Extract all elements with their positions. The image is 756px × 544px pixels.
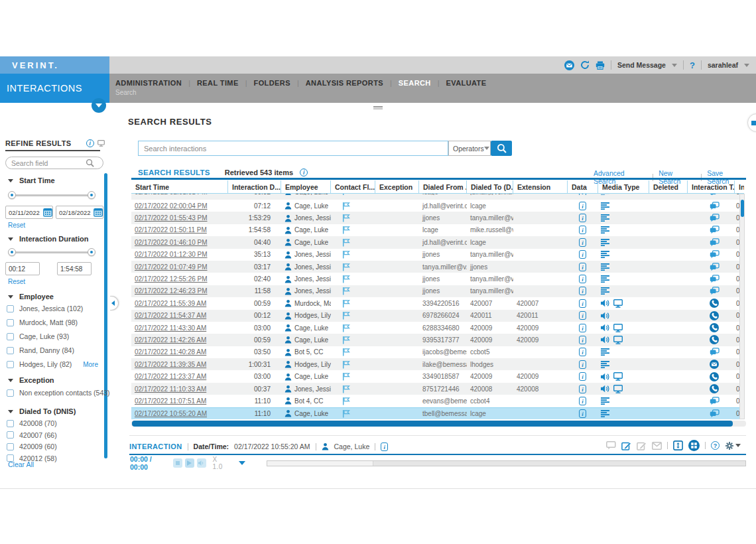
slider-handle-min[interactable]	[8, 191, 16, 199]
info-icon[interactable]: i	[579, 372, 586, 381]
search-interactions-input[interactable]	[139, 145, 448, 153]
nav-item-real-time[interactable]: REAL TIME	[197, 79, 239, 87]
sidebar-collapse-toggle[interactable]	[110, 296, 119, 310]
nav-item-administration[interactable]: ADMINISTRATION	[115, 79, 182, 87]
flag-icon[interactable]	[342, 214, 350, 222]
player-progress-bar[interactable]	[267, 460, 746, 466]
checkbox[interactable]	[7, 305, 14, 312]
column-header-12[interactable]: Interaction T...	[688, 180, 735, 193]
flag-icon[interactable]	[342, 360, 350, 369]
column-header-8[interactable]: Extension	[513, 180, 568, 193]
table-row[interactable]: 02/17/2022 01:55:43 PM1:53:29Jones, Jess…	[131, 212, 744, 224]
column-header-2[interactable]: Interaction D...	[228, 180, 281, 193]
info-icon[interactable]: i	[579, 238, 586, 247]
table-row[interactable]: 02/17/2022 11:42:26 AM00:59Cage, Luke939…	[131, 334, 744, 346]
send-message-menu[interactable]: Send Message	[617, 61, 666, 69]
settings-icon[interactable]	[725, 441, 741, 450]
nav-item-evaluate[interactable]: EVALUATE	[446, 79, 487, 87]
info-icon[interactable]: i	[579, 275, 586, 283]
duration-reset-link[interactable]: Reset	[8, 278, 25, 285]
right-panel-toggle[interactable]	[747, 113, 756, 132]
checkbox[interactable]	[7, 347, 14, 354]
column-header-4[interactable]: Contact Fl...	[331, 180, 375, 193]
sidebar-scrollbar[interactable]	[104, 173, 107, 458]
column-header-1[interactable]: Start Time	[131, 180, 228, 193]
duration-to-input[interactable]	[60, 265, 90, 273]
slider-handle-min[interactable]	[8, 248, 16, 256]
help-icon[interactable]: ?	[711, 441, 720, 450]
column-header-5[interactable]: Exception	[375, 180, 419, 193]
table-row[interactable]: 02/17/2022 02:00:04 PM07:12Cage, Lukejd.…	[131, 200, 744, 212]
info-icon[interactable]: i	[300, 169, 308, 176]
flag-icon[interactable]	[342, 336, 350, 344]
volume-button[interactable]	[197, 458, 206, 468]
column-header-11[interactable]: Deleted	[649, 180, 688, 193]
info-icon[interactable]: i	[579, 194, 586, 195]
slider-handle-max[interactable]	[88, 248, 95, 256]
search-icon[interactable]	[86, 159, 94, 167]
table-row[interactable]: 02/17/2022 11:23:37 AM03:00Cage, Luke334…	[131, 370, 744, 382]
table-row[interactable]: 02/17/2022 11:10:33 AM00:37Jones, Jessic…	[131, 383, 744, 395]
table-row[interactable]: 02/17/2022 02:01:01 PM00:02Cage, Lukelca…	[131, 194, 744, 200]
info-icon[interactable]: i	[579, 360, 586, 369]
annotate-icon[interactable]	[621, 441, 631, 450]
flag-icon[interactable]	[342, 194, 350, 195]
flag-icon[interactable]	[342, 263, 350, 271]
date-to-input[interactable]	[59, 209, 94, 216]
info-icon[interactable]: i	[579, 202, 586, 210]
checkbox[interactable]	[7, 389, 14, 397]
nav-item-search[interactable]: SEARCH	[399, 79, 431, 87]
scrollbar-thumb[interactable]	[132, 421, 733, 427]
flag-icon[interactable]	[342, 372, 350, 381]
flag-icon[interactable]	[342, 397, 350, 405]
column-header-9[interactable]: Data	[568, 180, 598, 193]
flag-icon[interactable]	[342, 385, 350, 393]
start-time-slider[interactable]	[9, 191, 94, 199]
date-from-input[interactable]	[9, 209, 43, 216]
table-row[interactable]: 02/17/2022 11:40:28 AM03:50Bot 5, CCijac…	[131, 346, 744, 358]
table-row[interactable]: 02/17/2022 11:55:39 AM00:59Murdock, Matt…	[131, 297, 744, 309]
flag-icon[interactable]	[342, 409, 350, 418]
print-icon[interactable]	[596, 61, 605, 70]
start-time-reset-link[interactable]: Reset	[8, 222, 25, 229]
table-row[interactable]: 02/17/2022 11:07:51 AM11:10Bot 4, CCeeva…	[131, 395, 744, 407]
table-row[interactable]: 02/17/2022 11:39:35 AM1:00:31Hodges, Lil…	[131, 358, 744, 370]
info-icon[interactable]: i	[579, 324, 586, 332]
user-menu[interactable]: sarahleaf	[708, 61, 738, 69]
section-employee[interactable]: Employee	[5, 293, 103, 301]
stop-button[interactable]	[173, 458, 182, 468]
info-icon[interactable]: i	[579, 348, 586, 356]
info-icon[interactable]: i	[579, 336, 586, 344]
info-icon[interactable]: i	[579, 250, 586, 259]
operators-dropdown[interactable]: Operators	[448, 141, 491, 156]
column-header-3[interactable]: Employee	[281, 180, 331, 193]
table-row[interactable]: 02/17/2022 11:54:37 AM00:12Hodges, Lily6…	[131, 310, 744, 322]
checkbox[interactable]	[7, 319, 14, 326]
refresh-icon[interactable]	[580, 60, 590, 70]
help-button[interactable]: ?	[690, 60, 695, 70]
slider-track[interactable]	[9, 251, 94, 253]
info-icon[interactable]: i	[579, 409, 586, 418]
app-menu-toggle[interactable]	[92, 98, 106, 113]
info-icon[interactable]: i	[579, 214, 586, 222]
checkbox[interactable]	[7, 443, 14, 450]
table-row[interactable]: 02/17/2022 10:55:20 AM11:10Cage, Luketbe…	[131, 407, 744, 419]
employee-more-link[interactable]: More	[5, 361, 98, 368]
flag-icon[interactable]	[342, 202, 350, 210]
duration-slider[interactable]	[9, 248, 94, 256]
table-horizontal-scrollbar[interactable]	[131, 421, 746, 427]
speed-dropdown-icon[interactable]	[239, 461, 245, 465]
flag-icon[interactable]	[342, 226, 350, 234]
slider-track[interactable]	[9, 194, 94, 196]
table-row[interactable]: 02/17/2022 01:46:10 PM04:40Cage, Lukejd.…	[131, 236, 744, 248]
search-button[interactable]	[491, 141, 512, 156]
table-row[interactable]: 02/17/2022 01:50:11 PM1:54:58Cage, Lukel…	[131, 224, 744, 236]
info-icon[interactable]: i	[579, 311, 586, 320]
info-icon[interactable]: i	[579, 385, 586, 393]
info-icon[interactable]: i	[579, 397, 586, 405]
message-icon[interactable]	[564, 60, 574, 70]
table-row[interactable]: 02/17/2022 01:12:30 PM35:13Jones, Jessic…	[131, 249, 744, 261]
table-row[interactable]: 02/17/2022 12:55:26 PM02:40Jones, Jessic…	[131, 273, 744, 285]
flag-icon[interactable]	[342, 275, 350, 283]
table-vertical-scrollbar[interactable]	[739, 194, 745, 419]
